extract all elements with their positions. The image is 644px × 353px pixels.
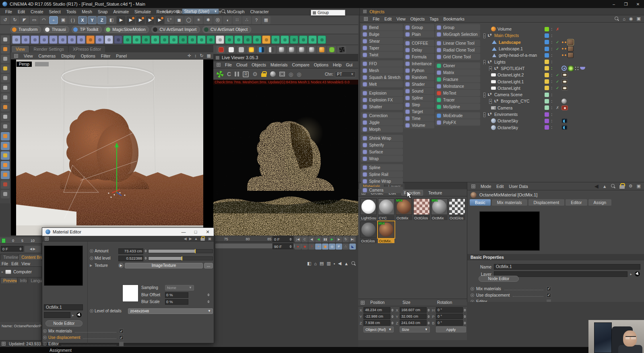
value-spinner[interactable] <box>391 309 394 312</box>
layer-color-swatch[interactable] <box>545 33 549 38</box>
palette-item[interactable]: Mesh <box>361 67 403 74</box>
browser-computer-item[interactable]: ▸ Computer <box>0 268 42 275</box>
coordinate-input[interactable]: 48.234 cm <box>363 307 390 313</box>
tree-expander[interactable]: + <box>489 66 492 71</box>
mode-toolbar-icon[interactable] <box>1 142 10 150</box>
rotate-view-icon[interactable]: ↻ <box>200 53 203 58</box>
material-check-row[interactable]: Mix materials <box>43 329 124 333</box>
doc-toolbar-icon[interactable]: • <box>334 261 335 266</box>
palette-item[interactable]: Radial Clone Tool <box>435 47 480 53</box>
zoom-view-icon[interactable]: ↕ <box>194 53 197 58</box>
palette-item[interactable]: Squash & Stretch <box>361 74 403 81</box>
palette-item[interactable]: MoExtrude <box>435 112 480 119</box>
menu-item[interactable]: Select <box>46 9 64 14</box>
attribute-menu-item[interactable]: User Data <box>509 184 528 189</box>
visibility-dots-icon[interactable]: : <box>551 105 554 110</box>
live-viewer-menu-item[interactable]: File <box>225 62 232 67</box>
value-spinner[interactable] <box>207 300 210 303</box>
deformer-palette-icon[interactable] <box>58 35 67 44</box>
value-spinner[interactable] <box>464 315 466 318</box>
toolbar-button[interactable]: ⦿ <box>213 16 222 24</box>
mini-frame-field[interactable]: 0 F <box>1 246 23 252</box>
material-item[interactable]: MIX OctMix <box>396 198 412 220</box>
palette-item[interactable]: Bulge <box>361 31 403 37</box>
mode-toolbar-icon[interactable] <box>1 55 10 63</box>
deformer-palette-icon[interactable] <box>244 35 252 44</box>
toolbar-button[interactable]: ▣ <box>59 16 68 24</box>
visibility-icon[interactable]: ◉ <box>629 16 633 21</box>
visibility-dots-icon[interactable]: : <box>551 112 554 117</box>
settings-gear-icon[interactable]: ⚙ <box>629 184 633 189</box>
deformer-palette-icon[interactable] <box>197 35 206 44</box>
object-tree-row[interactable]: OctaneSky : <box>483 118 604 124</box>
keyframe-button[interactable]: ∴ <box>343 244 349 250</box>
visibility-dots-icon[interactable]: : <box>551 33 554 38</box>
toolbar-button[interactable]: ▶ <box>117 16 126 24</box>
layer-color-swatch[interactable] <box>545 27 549 31</box>
object-tag-icon[interactable] <box>561 54 566 56</box>
frame-spinner[interactable] <box>289 238 292 241</box>
preview-tab[interactable]: Langu <box>28 278 42 283</box>
end-frame-field[interactable]: 90 F <box>272 244 293 249</box>
toolbar-button[interactable]: ▶ <box>146 16 155 24</box>
browser-tab[interactable]: Content Bro <box>19 254 42 260</box>
palette-item[interactable]: Spline Rail <box>361 171 403 178</box>
deformer-palette-icon[interactable] <box>234 35 243 44</box>
value-spinner[interactable] <box>144 257 147 260</box>
toolbar-button[interactable]: ▦ <box>262 16 270 24</box>
render-toolbar-icon[interactable] <box>277 46 286 54</box>
pick-object-pin-icon[interactable]: ◎ <box>297 71 301 77</box>
material-check-row[interactable]: Editor <box>43 342 124 346</box>
palette-item[interactable]: Random <box>404 74 434 81</box>
playback-button[interactable]: ▮▮ <box>322 236 328 242</box>
toolbar-button[interactable]: ✳ <box>194 16 203 24</box>
layer-picker-icon[interactable] <box>76 312 82 318</box>
render-toolbar-icon[interactable] <box>267 46 276 54</box>
material-name-input[interactable]: OctMix.1 <box>44 304 83 310</box>
objects-menu-item[interactable]: View <box>396 17 406 21</box>
toolbar-button[interactable]: ◠ <box>39 16 48 24</box>
chevron-right-icon[interactable]: ▸ <box>72 313 74 317</box>
toolbar-button[interactable]: ◤ <box>20 16 29 24</box>
palette-item[interactable]: Target <box>404 108 434 115</box>
material-name[interactable]: OctMix. <box>378 238 394 243</box>
forward-arrow-icon[interactable]: ▶ <box>189 237 192 241</box>
palette-item[interactable]: Spherify <box>361 142 403 148</box>
plugin-button[interactable]: MagicSlowMotion <box>104 26 149 33</box>
amount-slider[interactable] <box>148 249 213 253</box>
material-preview[interactable] <box>479 211 540 251</box>
plugin-button[interactable]: CV-ArtSmart Import <box>151 26 200 33</box>
value-spinner[interactable] <box>464 322 466 324</box>
layer-color-swatch[interactable] <box>545 53 549 58</box>
doc-toolbar-icon[interactable]: ◀ <box>338 261 341 266</box>
amount-input[interactable]: 73.433 cm <box>118 248 143 254</box>
material-check-row[interactable]: Use displacement <box>43 335 124 340</box>
toolbar-button[interactable]: ↺ <box>1 16 10 24</box>
playback-button[interactable]: ▶ <box>329 236 335 242</box>
palette-item[interactable]: Formula <box>404 54 434 60</box>
value-spinner[interactable] <box>391 315 394 318</box>
menu-item[interactable]: Create <box>28 9 46 14</box>
material-item[interactable]: OctGlos <box>413 198 430 220</box>
plugin-button[interactable]: Transform <box>10 26 41 33</box>
palette-item[interactable]: Taper <box>361 45 403 51</box>
object-name[interactable]: OctaneLight.2 <box>497 72 524 77</box>
visibility-dots-icon[interactable]: : <box>551 66 554 70</box>
live-viewer-menu-item[interactable]: Materials <box>270 62 288 67</box>
palette-item[interactable]: Plain <box>404 31 434 37</box>
object-tag-icon[interactable] <box>568 46 574 52</box>
perspective-viewport[interactable]: Persp <box>11 60 213 235</box>
layer-color-swatch[interactable] <box>545 86 549 90</box>
object-tree-row[interactable]: OctaneSky : <box>483 124 604 130</box>
attribute-check-row[interactable]: Use displacement <box>471 293 551 297</box>
coordinate-input[interactable]: 0 ° <box>436 307 463 313</box>
coordinate-mode-dropdown[interactable]: Apply ▼ <box>436 326 466 332</box>
layer-color-swatch[interactable] <box>545 93 549 97</box>
doc-toolbar-icon[interactable]: ▲ <box>344 261 349 266</box>
key-radio-icon[interactable] <box>471 293 474 297</box>
palette-item[interactable]: Spline <box>404 95 434 101</box>
objects-panel-titlebar[interactable]: Objects <box>360 8 644 15</box>
mini-playback-button[interactable]: ◀ ▶ <box>25 246 41 252</box>
name-input[interactable]: OctMix.1 <box>494 264 640 270</box>
texture-more-button[interactable]: ... <box>204 263 213 268</box>
